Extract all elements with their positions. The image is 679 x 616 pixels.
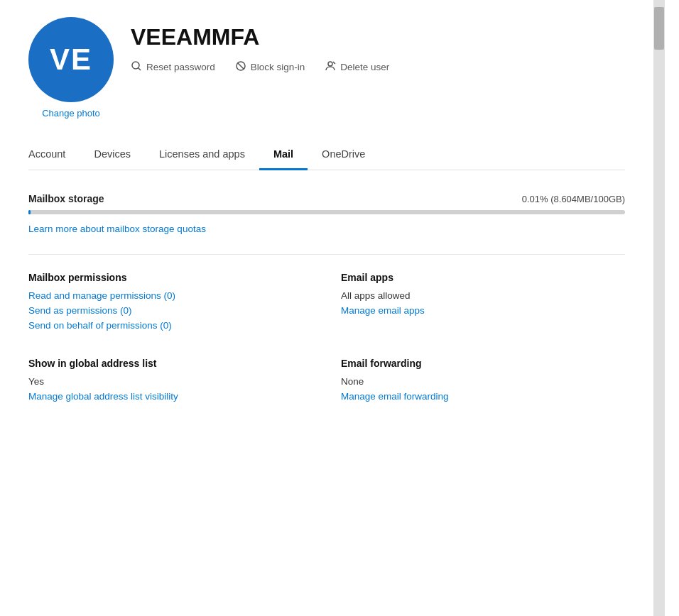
tab-licenses[interactable]: Licenses and apps <box>145 141 259 170</box>
storage-progress-fill <box>28 210 31 214</box>
tab-onedrive[interactable]: OneDrive <box>308 141 379 170</box>
delete-user-label: Delete user <box>340 62 389 72</box>
global-address-col: Show in global address list Yes Manage g… <box>28 358 313 406</box>
send-behalf-permissions-link[interactable]: Send on behalf of permissions (0) <box>28 320 313 331</box>
two-col-grid: Mailbox permissions Read and manage perm… <box>28 272 625 406</box>
storage-label: Mailbox storage <box>28 193 104 204</box>
scrollbar[interactable] <box>653 0 665 616</box>
avatar: VE <box>28 17 114 102</box>
avatar-section: VE Change photo <box>28 17 114 119</box>
email-apps-col: Email apps All apps allowed Manage email… <box>341 272 625 335</box>
mailbox-storage-section: Mailbox storage 0.01% (8.604MB/100GB) Le… <box>28 193 625 234</box>
mailbox-permissions-col: Mailbox permissions Read and manage perm… <box>28 272 313 335</box>
user-header: VE Change photo VEEAMMFA Reset password <box>28 17 625 119</box>
user-actions: Reset password Block sign-in <box>131 60 389 74</box>
svg-line-5 <box>333 62 335 64</box>
email-forwarding-col: Email forwarding None Manage email forwa… <box>341 358 625 406</box>
tab-devices[interactable]: Devices <box>80 141 145 170</box>
svg-point-4 <box>328 62 332 66</box>
user-info: VEEAMMFA Reset password <box>131 17 389 74</box>
mailbox-permissions-title: Mailbox permissions <box>28 272 313 283</box>
change-photo-link[interactable]: Change photo <box>42 108 100 119</box>
reset-password-icon <box>131 60 142 74</box>
global-address-static: Yes <box>28 376 313 387</box>
email-forwarding-title: Email forwarding <box>341 358 625 369</box>
manage-email-forwarding-link[interactable]: Manage email forwarding <box>341 391 625 402</box>
avatar-initials: VE <box>50 43 92 77</box>
manage-global-address-link[interactable]: Manage global address list visibility <box>28 391 313 402</box>
block-signin-icon <box>235 60 246 74</box>
tabs: Account Devices Licenses and apps Mail O… <box>28 141 625 170</box>
tab-account[interactable]: Account <box>28 141 80 170</box>
send-as-permissions-link[interactable]: Send as permissions (0) <box>28 305 313 316</box>
email-apps-static: All apps allowed <box>341 290 625 301</box>
block-signin-label: Block sign-in <box>251 62 305 72</box>
divider-1 <box>28 254 625 255</box>
global-address-title: Show in global address list <box>28 358 313 369</box>
learn-more-storage-link[interactable]: Learn more about mailbox storage quotas <box>28 224 206 234</box>
svg-line-1 <box>138 68 141 71</box>
reset-password-label: Reset password <box>146 62 215 72</box>
delete-user-icon <box>325 60 336 74</box>
delete-user-button[interactable]: Delete user <box>325 60 389 74</box>
svg-line-3 <box>237 63 244 70</box>
manage-email-apps-link[interactable]: Manage email apps <box>341 305 625 316</box>
storage-progress-bg <box>28 210 625 214</box>
storage-header: Mailbox storage 0.01% (8.604MB/100GB) <box>28 193 625 204</box>
scrollbar-thumb[interactable] <box>654 7 664 50</box>
email-apps-title: Email apps <box>341 272 625 283</box>
user-name: VEEAMMFA <box>131 24 389 50</box>
reset-password-button[interactable]: Reset password <box>131 60 215 74</box>
read-manage-permissions-link[interactable]: Read and manage permissions (0) <box>28 290 313 301</box>
email-forwarding-static: None <box>341 376 625 387</box>
storage-value: 0.01% (8.604MB/100GB) <box>522 194 625 204</box>
tab-mail[interactable]: Mail <box>259 141 308 170</box>
block-signin-button[interactable]: Block sign-in <box>235 60 305 74</box>
